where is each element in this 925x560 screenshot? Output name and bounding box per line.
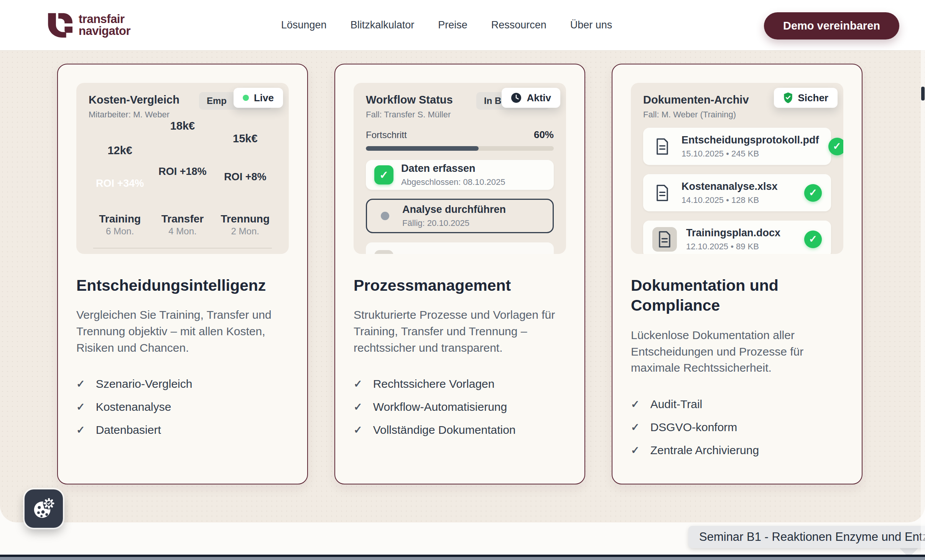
feature-item: ✓ Zentrale Archivierung: [631, 444, 843, 457]
check-icon: ✓: [76, 424, 85, 436]
document-archive-dashboard: Sicher Dokumenten-Archiv Fall: M. Weber …: [631, 83, 843, 254]
check-icon: ✓: [354, 401, 362, 413]
sicher-badge: Sicher: [774, 88, 838, 108]
file-row-pdf: Entscheidungsprotokoll.pdf 15.10.2025 • …: [643, 128, 831, 165]
live-dot-icon: [243, 95, 249, 101]
task-pending-dot-icon: [381, 212, 389, 220]
logo-text: transfair navigator: [79, 13, 130, 37]
task-daten-erfassen: ✓ Daten erfassen Abgeschlossen: 08.10.20…: [366, 160, 554, 190]
feature-item: ✓ Audit-Trail: [631, 398, 843, 411]
check-icon: ✓: [631, 444, 640, 456]
file-verified-icon: ✓: [828, 138, 844, 155]
file-list: Entscheidungsprotokoll.pdf 15.10.2025 • …: [643, 128, 831, 254]
feature-cards-row: Emp Live Kosten-Vergleich Mitarbeiter: M…: [57, 64, 862, 484]
progress-label: Fortschritt: [366, 130, 407, 140]
cost-comparison-chart: 12k€ ROI +34% Training 6 Mon. 18k€ ROI +…: [89, 120, 277, 252]
main-nav: Lösungen Blitzkalkulator Preise Ressourc…: [281, 0, 612, 50]
card-prozessmanagement: In Bea Aktiv Workflow Status Fall: Trans…: [334, 64, 585, 484]
seminar-tooltip[interactable]: Seminar B1 - Reaktionen Enzyme und Entzu…: [688, 526, 925, 548]
file-verified-icon: ✓: [804, 231, 822, 248]
clock-icon: [511, 92, 522, 103]
check-icon: ✓: [76, 401, 85, 413]
task-dokumente-erstellen: 3 Dokumente erstellen: [366, 242, 554, 254]
progress-bar-fill: [366, 146, 479, 151]
feature-item: ✓ Szenario-Vergleich: [76, 377, 289, 390]
cookie-settings-button[interactable]: [25, 489, 63, 528]
feature-item: ✓ Workflow-Automatisierung: [354, 400, 566, 413]
task-check-icon: ✓: [374, 165, 393, 184]
check-icon: ✓: [631, 421, 640, 433]
logo-mark-icon: [44, 10, 72, 40]
feature-list: ✓ Szenario-Vergleich ✓ Kostenanalyse ✓ D…: [76, 377, 289, 436]
dashboard-subtitle: Mitarbeiter: M. Weber: [89, 110, 277, 120]
live-badge: Live: [234, 88, 283, 108]
file-verified-icon: ✓: [804, 184, 822, 202]
scrollbar-thumb[interactable]: [921, 87, 925, 100]
bottom-gray-bar: [0, 557, 925, 560]
card-title: Dokumentation und Compliance: [631, 275, 843, 316]
card-description: Vergleichen Sie Training, Transfer und T…: [76, 307, 286, 356]
check-icon: ✓: [76, 378, 85, 390]
feature-item: ✓ Datenbasiert: [76, 423, 289, 436]
nav-item-loesungen[interactable]: Lösungen: [281, 19, 327, 31]
aktiv-badge: Aktiv: [502, 88, 560, 108]
card-entscheidungsintelligenz: Emp Live Kosten-Vergleich Mitarbeiter: M…: [57, 64, 308, 484]
chart-baseline-divider: [93, 248, 272, 249]
card-title: Entscheidungsintelligenz: [76, 275, 289, 295]
nav-item-blitzkalkulator[interactable]: Blitzkalkulator: [351, 19, 415, 31]
task-number-icon: 3: [374, 250, 393, 254]
card-title: Prozessmanagement: [354, 275, 566, 295]
cookie-gear-icon: [32, 497, 56, 520]
demo-cta-button[interactable]: Demo vereinbaren: [764, 12, 899, 40]
feature-item: ✓ Rechtssichere Vorlagen: [354, 377, 566, 390]
feature-list: ✓ Audit-Trail ✓ DSGVO-konform ✓ Zentrale…: [631, 398, 843, 457]
check-icon: ✓: [354, 424, 362, 436]
dashboard-subtitle: Fall: Transfer S. Müller: [366, 110, 554, 120]
shield-check-icon: [783, 92, 793, 104]
workflow-status-dashboard: In Bea Aktiv Workflow Status Fall: Trans…: [354, 83, 566, 254]
logo[interactable]: transfair navigator: [44, 10, 130, 40]
card-description: Lückenlose Dokumentation aller Entscheid…: [631, 327, 841, 376]
document-icon: [652, 183, 672, 203]
task-analyse-durchfuehren: Analyse durchführen Fällig: 20.10.2025: [366, 199, 554, 233]
progress-value: 60%: [534, 129, 554, 141]
header: transfair navigator Lösungen Blitzkalkul…: [0, 0, 925, 50]
file-row-docx: Trainingsplan.docx 12.10.2025 • 89 KB ✓: [643, 221, 831, 254]
cost-comparison-dashboard: Emp Live Kosten-Vergleich Mitarbeiter: M…: [76, 83, 289, 254]
document-icon: [652, 137, 672, 156]
card-description: Strukturierte Prozesse und Vorlagen für …: [354, 307, 564, 356]
document-icon: [652, 227, 677, 252]
check-icon: ✓: [354, 378, 362, 390]
check-icon: ✓: [631, 398, 640, 410]
feature-list: ✓ Rechtssichere Vorlagen ✓ Workflow-Auto…: [354, 377, 566, 436]
feature-item: ✓ Vollständige Dokumentation: [354, 423, 566, 436]
chart-column-trennung: 15k€ ROI +8% Trennung 2 Mon.: [214, 120, 277, 252]
feature-item: ✓ Kostenanalyse: [76, 400, 289, 413]
card-dokumentation-compliance: Sicher Dokumenten-Archiv Fall: M. Weber …: [612, 64, 862, 484]
nav-item-preise[interactable]: Preise: [438, 19, 467, 31]
nav-item-ressourcen[interactable]: Ressourcen: [491, 19, 546, 31]
chart-column-transfer: 18k€ ROI +18% Transfer 4 Mon.: [151, 120, 214, 252]
dashboard-subtitle: Fall: M. Weber (Training): [643, 110, 831, 120]
progress-row: Fortschritt 60%: [366, 129, 554, 141]
nav-item-ueber-uns[interactable]: Über uns: [570, 19, 612, 31]
file-row-xlsx: Kostenanalyse.xlsx 14.10.2025 • 128 KB ✓: [643, 174, 831, 211]
scrollbar-track[interactable]: [921, 50, 925, 555]
chart-column-training: 12k€ ROI +34% Training 6 Mon.: [89, 120, 151, 252]
feature-item: ✓ DSGVO-konform: [631, 421, 843, 434]
progress-bar-track: [366, 146, 554, 151]
